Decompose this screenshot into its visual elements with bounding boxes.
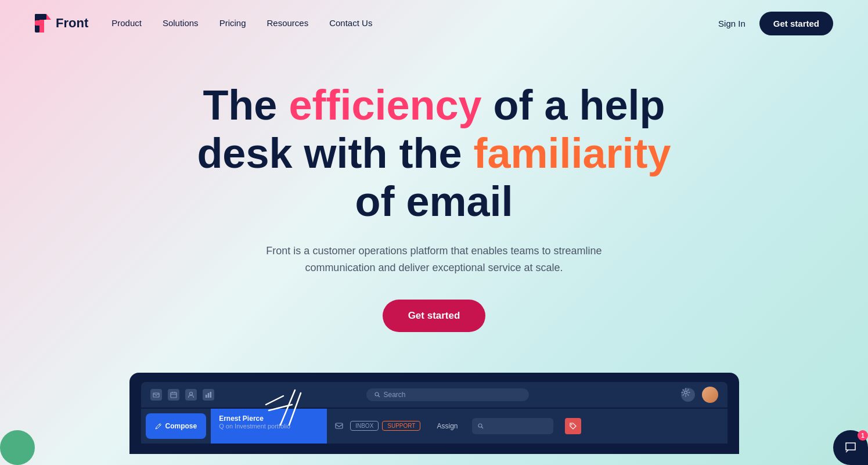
hero-title-efficiency: efficiency: [289, 82, 481, 128]
get-started-hero-button[interactable]: Get started: [383, 300, 486, 332]
chat-badge: 1: [858, 430, 868, 441]
svg-point-13: [375, 392, 379, 396]
svg-rect-12: [210, 392, 211, 398]
svg-point-17: [478, 424, 482, 427]
hero-title-familiarity: familiarity: [473, 130, 671, 176]
svg-line-14: [378, 395, 380, 397]
nav-links: Product Solutions Pricing Resources Cont…: [111, 18, 372, 28]
svg-point-19: [571, 424, 572, 425]
settings-icon[interactable]: [681, 388, 695, 402]
compose-button[interactable]: Compose: [146, 413, 207, 439]
sign-in-link[interactable]: Sign In: [718, 19, 745, 28]
tag-inbox: INBOX: [350, 421, 379, 431]
svg-rect-11: [207, 393, 209, 398]
app-preview-inner: Search Compose Ernest Pierce Q on Invest…: [129, 373, 739, 444]
email-action-icon[interactable]: [565, 418, 581, 434]
search-icon: [374, 392, 380, 398]
contacts-icon: [185, 389, 197, 401]
nav-product[interactable]: Product: [111, 18, 142, 28]
hero-subtitle: Front is a customer operations platform …: [248, 243, 620, 276]
message-icon: [844, 441, 858, 455]
analytics-icon: [203, 389, 214, 401]
nav-left: Front Product Solutions Pricing Resource…: [35, 14, 372, 33]
email-tags: INBOX SUPPORT: [327, 409, 428, 444]
email-search-icon: [478, 423, 484, 429]
green-circle-decoration: [0, 430, 35, 465]
search-placeholder: Search: [384, 391, 406, 399]
logo-text: Front: [56, 16, 88, 31]
nav-pricing[interactable]: Pricing: [219, 18, 246, 28]
toolbar-search[interactable]: Search: [366, 388, 529, 401]
svg-rect-2: [35, 20, 43, 26]
navbar: Front Product Solutions Pricing Resource…: [0, 0, 868, 46]
tag-icon: [569, 422, 577, 430]
email-row: Compose Ernest Pierce Q on Investment po…: [141, 409, 727, 444]
svg-point-9: [189, 392, 192, 395]
nav-contact[interactable]: Contact Us: [329, 18, 372, 28]
toolbar-right: [681, 387, 718, 403]
svg-rect-1: [35, 14, 46, 20]
chat-bubble[interactable]: 1: [833, 430, 868, 465]
front-logo-icon: [35, 14, 51, 33]
compose-icon: [155, 423, 162, 430]
calendar-icon: [168, 389, 179, 401]
app-toolbar: Search: [141, 382, 727, 408]
hero-title-part3: of email: [355, 178, 513, 225]
hero-section: The efficiency of a helpdesk with the fa…: [0, 46, 868, 349]
svg-rect-10: [206, 395, 207, 398]
svg-rect-8: [171, 392, 177, 398]
email-icon-small: [335, 421, 343, 430]
svg-rect-16: [336, 423, 343, 428]
get-started-nav-button[interactable]: Get started: [759, 12, 833, 35]
assign-button[interactable]: Assign: [428, 409, 466, 444]
toolbar-left: [150, 389, 214, 401]
svg-line-6: [266, 396, 283, 405]
svg-line-18: [481, 427, 483, 428]
svg-point-15: [684, 391, 687, 394]
svg-line-4: [289, 393, 301, 425]
inbox-icon: [150, 389, 162, 401]
compose-label: Compose: [165, 422, 197, 430]
hero-title-part1: The: [203, 82, 289, 128]
logo[interactable]: Front: [35, 14, 88, 33]
chat-bubble-container: 1: [833, 430, 868, 465]
user-avatar: [702, 387, 718, 403]
email-search[interactable]: [472, 418, 553, 434]
nav-solutions[interactable]: Solutions: [163, 18, 199, 28]
nav-resources[interactable]: Resources: [266, 18, 308, 28]
app-preview: Search Compose Ernest Pierce Q on Invest…: [129, 373, 739, 454]
doodle-lines: [263, 379, 309, 431]
svg-line-5: [269, 405, 292, 410]
nav-right: Sign In Get started: [718, 12, 833, 35]
tag-support: SUPPORT: [382, 421, 420, 431]
hero-title: The efficiency of a helpdesk with the fa…: [173, 81, 696, 225]
